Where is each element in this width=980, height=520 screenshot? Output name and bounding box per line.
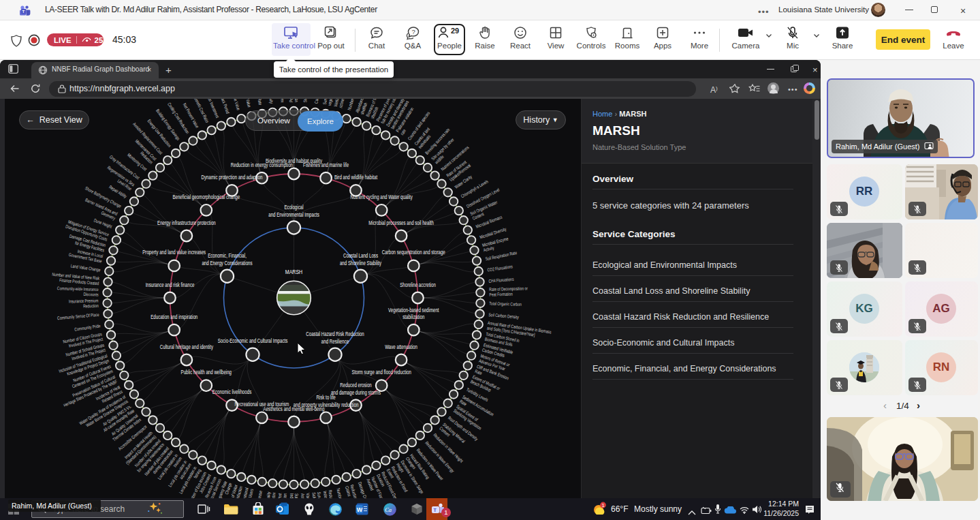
svg-text:Reduced erosion: Reduced erosion [340,382,371,388]
svg-text:Storm surge and flood reductio: Storm surge and flood reduction [351,369,411,376]
svg-text:Nutrient cycling and Water qua: Nutrient cycling and Water quality [351,194,413,200]
svg-text:Energy infrastructure protecti: Energy infrastructure protection [157,219,216,226]
svg-text:Ca: Ca [385,506,392,513]
svg-text:and Environmental Impacts: and Environmental Impacts [268,211,319,217]
svg-text:Vegetation-based sediment: Vegetation-based sediment [388,306,439,313]
svg-text:Surveys Pre/PostImplementation: Surveys Pre/PostImplementation [276,493,287,498]
svg-text:Carbon sequestration and stora: Carbon sequestration and storage [382,249,445,256]
svg-text:and Shoreline Stability: and Shoreline Stability [340,260,381,266]
svg-text:Recreational use and tourism: Recreational use and tourism [234,401,289,408]
svg-text:T: T [22,10,25,14]
svg-text:and Energy Considerations: and Energy Considerations [202,260,252,266]
svg-text:Visual QualityAssessment: Visual QualityAssessment [300,493,311,498]
svg-text:Fisheries and marine life: Fisheries and marine life [303,162,349,168]
svg-text:Microbial processes and soil h: Microbial processes and soil health [368,219,434,226]
svg-text:Insurance and risk finance: Insurance and risk finance [146,281,195,288]
svg-text:Education and inspiration: Education and inspiration [151,313,197,320]
svg-text:Public health and wellbeing: Public health and wellbeing [181,369,232,376]
svg-text:Dynamic protection and adaptio: Dynamic protection and adaption [202,174,263,181]
svg-text:?: ? [412,28,415,35]
svg-text:Surveys with WellbeingIndices: Surveys with WellbeingIndices [289,493,299,498]
svg-text:Percent cover ofvegetation: Percent cover ofvegetation [289,99,298,102]
svg-text:Risk to life: Risk to life [316,394,335,401]
svg-text:Reduction in energy consumptio: Reduction in energy consumption [231,162,293,168]
svg-text:Coastal Land Loss: Coastal Land Loss [343,252,378,259]
svg-text:Total Organic Carbon: Total Organic Carbon [489,301,522,307]
svg-text:Cultural heritage and identity: Cultural heritage and identity [160,343,213,350]
svg-text:stabilization: stabilization [402,313,424,320]
svg-text:W: W [357,506,363,513]
svg-text:and Resilience: and Resilience [321,338,349,345]
svg-text:MARSH: MARSH [285,269,302,275]
svg-text:Property and land value increa: Property and land value increases [142,249,206,256]
svg-text:Wave attenuation: Wave attenuation [385,343,417,350]
svg-text:T: T [434,508,437,513]
svg-text:Bird and wildlife habitat: Bird and wildlife habitat [334,174,378,181]
svg-text:Coastal Hazard Risk Reduction: Coastal Hazard Risk Reduction [306,331,364,337]
svg-text:Economic, Financial,: Economic, Financial, [208,252,247,259]
svg-text:Shoreline accretion: Shoreline accretion [400,281,436,288]
svg-text:Ecological: Ecological [284,203,303,210]
svg-text:Beneficial geomorphological ch: Beneficial geomorphological change [172,194,240,200]
svg-text:and damage during storms: and damage during storms [331,389,381,396]
svg-text:Economic livelihoods: Economic livelihoods [212,388,252,395]
svg-text:1: 1 [602,502,605,508]
svg-text:Socio-Economic and Cultural Im: Socio-Economic and Cultural Impacts [218,337,288,344]
svg-text:29: 29 [451,27,459,35]
